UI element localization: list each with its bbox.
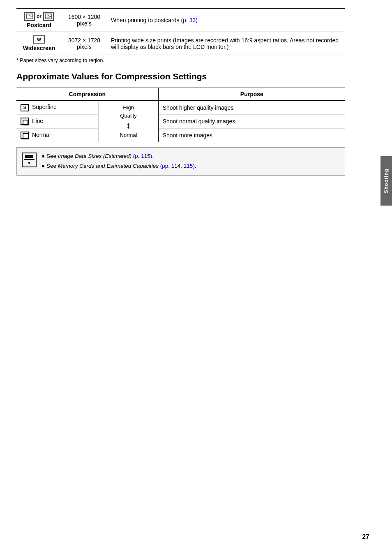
note-box: ▼ ● See Image Data Sizes (Estimated) (p.… [16, 147, 345, 176]
quality-values: High Quality ↕ Normal [103, 103, 154, 140]
postcard-pixels: 1600 × 1200 pixels [62, 9, 107, 32]
note-bullet-2: ● See Memory Cards and Estimated Capacit… [42, 162, 196, 171]
note-bullet2-prefix: ● See [42, 163, 58, 169]
postcard-link[interactable]: (p. 33) [181, 17, 197, 23]
postcard-icons: or [21, 12, 58, 21]
note-bullet2-italic: Memory Cards and Estimated Capacities [58, 163, 159, 169]
postcard-text: Postcard [21, 22, 58, 28]
side-tab-label: Shooting [383, 169, 389, 193]
fine-label: Fine [32, 118, 43, 124]
superfine-label: Superfine [32, 104, 57, 110]
quality-mid: Quality [120, 113, 136, 119]
superfine-icon: S [21, 104, 29, 111]
compression-header: Compression [16, 88, 158, 101]
or-text: or [37, 14, 42, 19]
table-row: W Widescreen 3072 × 1728 pixels Printing… [16, 32, 345, 55]
fine-purpose: Shoot normal quality images [158, 114, 345, 128]
postcard-label-cell: or Postcard [16, 9, 62, 32]
note-bullet1-prefix: ● See [42, 153, 58, 159]
fine-icon [21, 118, 29, 125]
quality-top: High [123, 104, 134, 111]
note-bullet2-link[interactable]: (pp. 114, 115). [160, 163, 196, 169]
normal-purpose: Shoot more images [158, 128, 345, 142]
note-content: ● See Image Data Sizes (Estimated) (p. 1… [42, 152, 196, 171]
postcard-desc: When printing to postcards (p. 33) [107, 9, 345, 32]
quality-arrow: ↕ [126, 121, 131, 130]
side-tab: Shooting [380, 156, 392, 206]
note-icon: ▼ [22, 153, 37, 167]
note-icon-line3 [25, 157, 34, 158]
svg-rect-1 [45, 14, 52, 19]
postcard-desc-text: When printing to postcards [111, 17, 180, 23]
table-row: or Postcard 1600 × 1200 pixels When [16, 9, 345, 32]
widescreen-label-cell: W Widescreen [16, 32, 62, 55]
widescreen-desc: Printing wide size prints (Images are re… [107, 32, 345, 55]
note-icon-arrow-symbol: ▼ [27, 161, 31, 165]
widescreen-pixels: 3072 × 1728 pixels [62, 32, 107, 55]
page-number: 27 [362, 533, 369, 541]
top-table: or Postcard 1600 × 1200 pixels When [16, 8, 345, 55]
note-bullet1-link[interactable]: (p. 115). [133, 153, 154, 159]
table-row: Fine Shoot normal quality images [16, 114, 345, 128]
normal-icon [21, 132, 29, 139]
note-bullet1-italic: Image Data Sizes (Estimated) [58, 153, 131, 159]
widescreen-text: Widescreen [21, 45, 58, 51]
note-icon-line1 [25, 155, 34, 156]
section-heading: Approximate Values for Compression Setti… [16, 71, 345, 82]
quality-cell: High Quality ↕ Normal [99, 101, 158, 142]
purpose-header: Purpose [158, 88, 345, 101]
fine-cell: Fine [16, 114, 99, 128]
note-bullet-1: ● See Image Data Sizes (Estimated) (p. 1… [42, 152, 196, 161]
compression-table: Compression Purpose S Superfine High Qua… [16, 88, 345, 142]
postcard-icon-1 [24, 12, 35, 21]
table-row: S Superfine High Quality ↕ Normal Shoot … [16, 101, 345, 115]
note-icon-line2 [25, 156, 34, 157]
svg-rect-0 [26, 14, 33, 19]
postcard-icon-2 [43, 12, 54, 21]
normal-cell: Normal [16, 128, 99, 142]
page-content: or Postcard 1600 × 1200 pixels When [0, 0, 370, 184]
quality-bottom: Normal [120, 132, 137, 138]
footnote-text: * Paper sizes vary according to region. [16, 58, 345, 63]
superfine-cell: S Superfine [16, 101, 99, 115]
widescreen-icon-wrap: W [21, 35, 58, 44]
table-row: Normal Shoot more images [16, 128, 345, 142]
table-header-row: Compression Purpose [16, 88, 345, 101]
note-icon-arrow: ▼ [24, 159, 35, 165]
widescreen-icon: W [33, 35, 45, 44]
superfine-purpose: Shoot higher quality images [158, 101, 345, 115]
normal-label: Normal [32, 132, 51, 138]
